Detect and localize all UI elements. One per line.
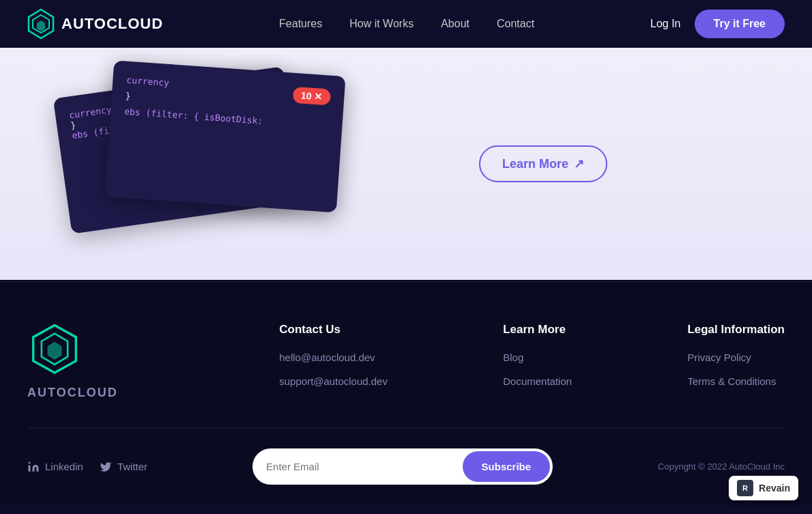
hero-section: currency } ebs (filter: { isBootDisk: cu…: [0, 48, 812, 280]
footer-email-support[interactable]: support@autocloud.dev: [279, 375, 388, 387]
footer-logo-col: AUTOCLOUD: [27, 323, 164, 400]
footer-email-hello[interactable]: hello@autocloud.dev: [279, 352, 388, 363]
copyright-text: Copyright © 2022 AutoCloud Inc: [658, 461, 785, 472]
footer-col-contact: Contact Us hello@autocloud.dev support@a…: [279, 323, 388, 400]
nav-features[interactable]: Features: [279, 18, 322, 30]
try-free-button[interactable]: Try it Free: [695, 10, 785, 38]
svg-marker-5: [48, 342, 62, 360]
logo-icon: [27, 8, 55, 40]
logo-link[interactable]: AUTOCLOUD: [27, 8, 163, 40]
learn-more-label: Learn More: [502, 157, 568, 171]
footer-blog-link[interactable]: Blog: [503, 352, 572, 363]
footer-legal-title: Legal Information: [687, 323, 785, 337]
twitter-icon: [100, 461, 112, 473]
arrow-icon: ↗: [574, 156, 584, 171]
svg-rect-6: [29, 465, 31, 471]
revain-label: Revain: [759, 483, 790, 494]
revain-icon: R: [737, 480, 753, 496]
footer-contact-title: Contact Us: [279, 323, 388, 337]
email-input[interactable]: [252, 450, 459, 483]
footer-docs-link[interactable]: Documentation: [503, 375, 572, 387]
svg-point-7: [29, 461, 31, 463]
linkedin-icon: [27, 461, 40, 473]
nav-right: Log In Try it Free: [650, 10, 785, 38]
footer-logo-icon: [27, 323, 82, 377]
nav-links: Features How it Works About Contact: [279, 18, 534, 30]
footer-learn-title: Learn More: [503, 323, 572, 337]
logo-text: AUTOCLOUD: [61, 15, 163, 33]
linkedin-label: Linkedin: [45, 461, 83, 472]
linkedin-link[interactable]: Linkedin: [27, 461, 83, 473]
login-link[interactable]: Log In: [650, 18, 680, 30]
code-illustration: currency } ebs (filter: { isBootDisk: cu…: [41, 55, 382, 259]
footer-terms-link[interactable]: Terms & Conditions: [687, 375, 785, 387]
code-card-front: currency } ebs (filter: { isBootDisk: 10…: [104, 60, 345, 212]
footer-bottom: Linkedin Twitter Subscribe Copyright © 2…: [27, 428, 785, 505]
navbar: AUTOCLOUD Features How it Works About Co…: [0, 0, 812, 48]
subscribe-button[interactable]: Subscribe: [463, 451, 551, 482]
footer-privacy-link[interactable]: Privacy Policy: [687, 352, 785, 363]
learn-more-button[interactable]: Learn More ↗: [479, 145, 607, 182]
footer-col-learn: Learn More Blog Documentation: [503, 323, 572, 400]
social-links: Linkedin Twitter: [27, 461, 147, 473]
svg-marker-2: [37, 20, 45, 31]
footer-logo-name: AUTOCLOUD: [27, 386, 118, 400]
subscribe-form: Subscribe: [252, 448, 553, 485]
footer-col-legal: Legal Information Privacy Policy Terms &…: [687, 323, 785, 400]
footer-top: AUTOCLOUD Contact Us hello@autocloud.dev…: [27, 323, 785, 428]
nav-about[interactable]: About: [441, 18, 469, 30]
nav-how-it-works[interactable]: How it Works: [349, 18, 414, 30]
nav-contact[interactable]: Contact: [497, 18, 534, 30]
twitter-label: Twitter: [117, 461, 147, 472]
badge-count: 10 ✕: [292, 87, 331, 106]
revain-badge: R Revain: [729, 476, 798, 500]
footer: AUTOCLOUD Contact Us hello@autocloud.dev…: [0, 281, 812, 505]
twitter-link[interactable]: Twitter: [100, 461, 147, 473]
